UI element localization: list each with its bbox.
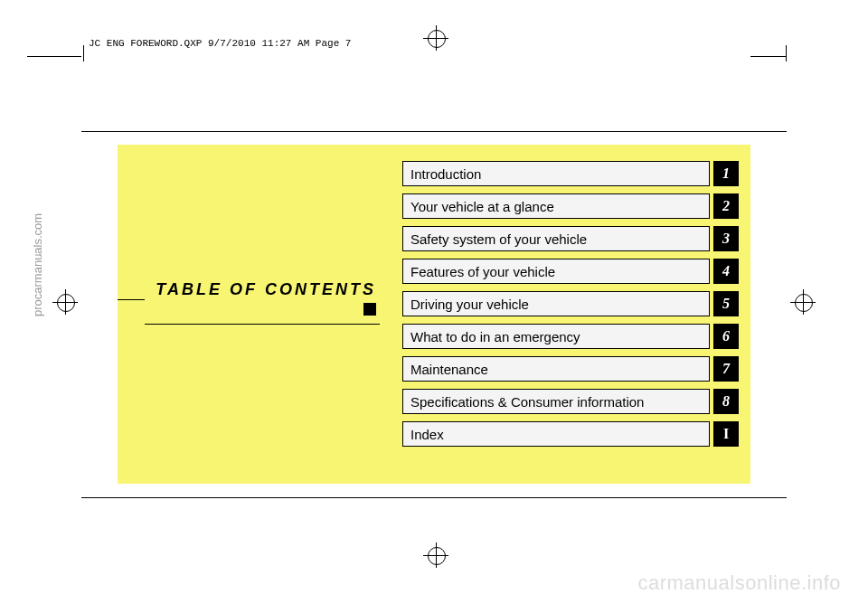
- toc-item: Your vehicle at a glance 2: [402, 193, 739, 219]
- toc-item: Safety system of your vehicle 3: [402, 226, 739, 251]
- toc-item-label: Introduction: [402, 161, 710, 186]
- toc-title-rule: [118, 299, 145, 300]
- toc-item: Features of your vehicle 4: [402, 259, 739, 284]
- toc-item-label: Maintenance: [402, 356, 710, 382]
- toc-title: TABLE OF CONTENTS: [145, 280, 380, 318]
- toc-item: Index I: [402, 421, 739, 447]
- toc-item-label: What to do in an emergency: [402, 324, 710, 349]
- crop-mark: [750, 56, 787, 57]
- toc-list: Introduction 1 Your vehicle at a glance …: [402, 161, 739, 454]
- header-slug: JC ENG FOREWORD.QXP 9/7/2010 11:27 AM Pa…: [89, 38, 351, 49]
- toc-item-label: Your vehicle at a glance: [402, 193, 710, 219]
- crop-mark: [27, 56, 81, 57]
- registration-mark-icon: [790, 289, 816, 315]
- registration-mark-icon: [423, 25, 448, 51]
- toc-item-label: Index: [402, 421, 710, 447]
- crop-mark: [83, 45, 84, 61]
- footer-watermark: carmanualsonline.info: [637, 571, 841, 595]
- toc-item-number: 7: [713, 356, 739, 382]
- registration-mark-icon: [423, 542, 448, 568]
- toc-item-number: 1: [713, 161, 739, 186]
- toc-item: Specifications & Consumer information 8: [402, 389, 739, 414]
- toc-item-number: 8: [713, 389, 739, 414]
- toc-item-number: 6: [713, 324, 739, 349]
- toc-item: What to do in an emergency 6: [402, 324, 739, 349]
- content-frame-top: [81, 131, 787, 132]
- toc-item-label: Driving your vehicle: [402, 291, 710, 316]
- toc-item-label: Features of your vehicle: [402, 259, 710, 284]
- toc-item-number: 5: [713, 291, 739, 316]
- registration-mark-icon: [52, 289, 78, 315]
- toc-item-number: 3: [713, 226, 739, 251]
- sidebar-watermark: procarmanuals.com: [31, 213, 44, 316]
- content-frame-bottom: [81, 497, 787, 498]
- toc-item: Introduction 1: [402, 161, 739, 186]
- toc-title-wrap: TABLE OF CONTENTS: [145, 280, 380, 325]
- crop-mark: [786, 45, 787, 61]
- toc-item-number: I: [713, 421, 739, 447]
- toc-item-label: Specifications & Consumer information: [402, 389, 710, 414]
- toc-item-label: Safety system of your vehicle: [402, 226, 710, 251]
- toc-item-number: 2: [713, 193, 739, 219]
- toc-item: Driving your vehicle 5: [402, 291, 739, 316]
- toc-item: Maintenance 7: [402, 356, 739, 382]
- toc-item-number: 4: [713, 259, 739, 284]
